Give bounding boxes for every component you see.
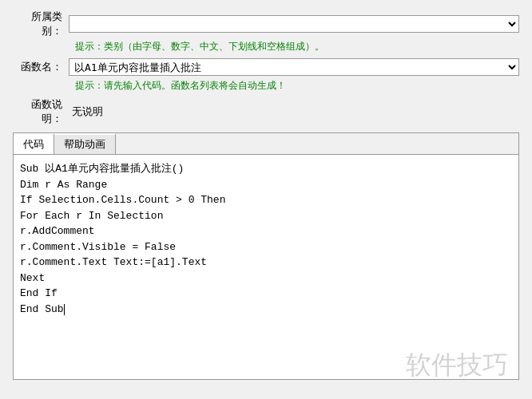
main-container: 所属类别： 提示：类别（由字母、数字、中文、下划线和空格组成）。 函数名： 以A… bbox=[0, 0, 532, 399]
tab-code[interactable]: 代码 bbox=[14, 133, 54, 154]
description-label: 函数说明： bbox=[13, 97, 69, 126]
function-dropdown-wrapper: 以A1单元内容批量插入批注 bbox=[69, 58, 519, 76]
category-label: 所属类别： bbox=[13, 10, 69, 38]
tab-help[interactable]: 帮助动画 bbox=[54, 133, 116, 154]
code-area[interactable]: Sub 以A1单元内容批量插入批注() Dim r As Range If Se… bbox=[14, 155, 518, 370]
tab-container: 代码 帮助动画 Sub 以A1单元内容批量插入批注() Dim r As Ran… bbox=[13, 132, 519, 380]
category-dropdown[interactable] bbox=[69, 15, 519, 33]
function-name-row: 函数名： 以A1单元内容批量插入批注 bbox=[13, 58, 519, 76]
tab-header: 代码 帮助动画 bbox=[14, 133, 518, 155]
function-label: 函数名： bbox=[13, 60, 69, 74]
category-dropdown-wrapper bbox=[69, 15, 519, 33]
code-content: Sub 以A1单元内容批量插入批注() Dim r As Range If Se… bbox=[20, 161, 512, 317]
function-dropdown[interactable]: 以A1单元内容批量插入批注 bbox=[69, 58, 519, 76]
category-hint: 提示：类别（由字母、数字、中文、下划线和空格组成）。 bbox=[75, 40, 519, 53]
function-hint: 提示：请先输入代码。函数名列表将会自动生成！ bbox=[75, 79, 519, 93]
text-cursor bbox=[64, 304, 65, 315]
category-row: 所属类别： bbox=[13, 10, 519, 38]
description-value: 无说明 bbox=[72, 105, 103, 119]
description-row: 函数说明： 无说明 bbox=[13, 97, 519, 126]
